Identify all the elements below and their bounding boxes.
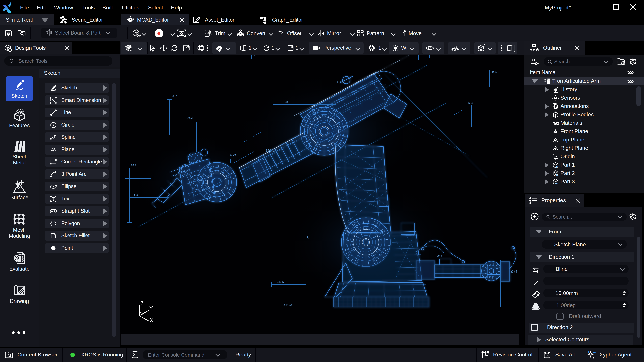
svg-text:236.5: 236.5 xyxy=(337,81,344,84)
svg-text:118.2: 118.2 xyxy=(208,188,214,191)
svg-text:2 340.6: 2 340.6 xyxy=(284,303,292,306)
svg-text:Y: Y xyxy=(149,305,153,311)
svg-text:45.0: 45.0 xyxy=(492,71,496,74)
svg-text:3D: 3D xyxy=(555,165,558,168)
svg-text:220: 220 xyxy=(307,235,310,239)
svg-text:X: X xyxy=(150,317,154,323)
svg-text:44: 44 xyxy=(254,55,256,56)
svg-text:128.6: 128.6 xyxy=(284,100,290,103)
svg-text:64.2: 64.2 xyxy=(131,164,136,167)
svg-text:3D: 3D xyxy=(555,182,558,185)
svg-text:86.4: 86.4 xyxy=(188,117,193,120)
svg-text:Ø 96: Ø 96 xyxy=(230,153,236,156)
svg-text:M12: M12 xyxy=(437,255,442,258)
svg-text:SEC A-A: SEC A-A xyxy=(266,149,276,152)
svg-text:Z: Z xyxy=(140,300,144,307)
svg-text:R 25: R 25 xyxy=(133,193,138,196)
svg-text:Ø 64: Ø 64 xyxy=(511,270,517,273)
svg-text:3D: 3D xyxy=(555,174,558,176)
svg-text:96.2: 96.2 xyxy=(211,55,216,55)
svg-text:12.4: 12.4 xyxy=(468,102,473,104)
svg-text:312: 312 xyxy=(172,94,177,97)
svg-text:410.5: 410.5 xyxy=(277,281,284,283)
svg-text:82.4: 82.4 xyxy=(415,55,420,55)
